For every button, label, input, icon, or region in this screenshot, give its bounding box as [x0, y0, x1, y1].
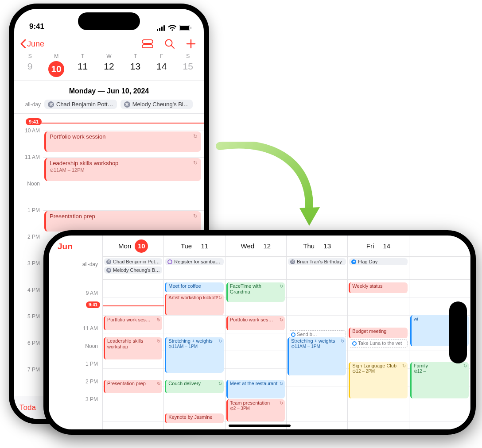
allday-chip[interactable]: ★Flag Day: [349, 258, 407, 265]
day-number[interactable]: 12: [96, 61, 122, 81]
add-icon[interactable]: [186, 39, 196, 49]
hour-label: 4 PM: [14, 287, 40, 293]
recur-icon: ↻: [193, 133, 198, 139]
event-block[interactable]: Weekly status: [349, 282, 407, 293]
hour-line: [43, 184, 204, 184]
day-column-header[interactable]: Tue 11: [164, 236, 225, 256]
day-number[interactable]: 13: [122, 61, 148, 81]
day-number[interactable]: 15: [175, 61, 201, 81]
day-number[interactable]: 11: [70, 61, 96, 81]
event-block[interactable]: Artist workshop kickoff!↻: [165, 294, 223, 315]
event-block[interactable]: Stretching + weights⊙11AM – 1PM↻: [288, 337, 346, 375]
back-label: June: [27, 39, 44, 49]
hour-label: Noon: [14, 181, 40, 187]
svg-rect-7: [142, 40, 153, 43]
event-block[interactable]: Presentation prep↻: [104, 380, 162, 393]
circle-icon: [167, 259, 172, 264]
gift-icon: ⌘: [124, 101, 130, 108]
event-block[interactable]: Portfolio work ses…↻: [104, 316, 162, 330]
day-number[interactable]: 14: [148, 61, 175, 81]
status-time: 9:41: [29, 22, 44, 31]
landscape-allday-row: ⌘Chad Benjamin Pot… ⌘Melody Cheung's B… …: [103, 257, 470, 280]
dow-label: W: [96, 53, 122, 61]
dynamic-island: [78, 12, 140, 30]
allday-chip[interactable]: ⌘Chad Benjamin Pot…: [104, 258, 162, 265]
svg-rect-1: [159, 28, 160, 31]
day-number-selected[interactable]: 10: [43, 61, 69, 81]
event-block[interactable]: Meet at the restaurant↻: [226, 380, 285, 398]
event-block[interactable]: Couch delivery↻: [165, 380, 223, 393]
hour-label: 11 AM: [83, 325, 98, 332]
day-column-header[interactable]: Wed 12: [225, 236, 287, 256]
home-indicator: [229, 425, 291, 427]
back-button[interactable]: June: [20, 39, 44, 49]
svg-rect-0: [157, 29, 158, 31]
hour-label: 10 AM: [14, 127, 40, 134]
star-icon: ★: [351, 259, 356, 264]
divider: [14, 81, 204, 81]
day-title: Monday — Jun 10, 2024: [14, 84, 204, 98]
month-label[interactable]: Jun: [49, 236, 102, 258]
landscape-screen: Jun all-day 9 AM 11 AM Noon 1 PM 2 PM 3 …: [49, 236, 470, 429]
allday-row: all-day ⌘Chad Benjamin Pott… ⌘Melody Che…: [14, 98, 204, 114]
svg-rect-5: [180, 26, 189, 30]
dow-label: T: [70, 53, 96, 61]
landscape-left-axis: Jun all-day 9 AM 11 AM Noon 1 PM 2 PM 3 …: [49, 236, 103, 429]
event-block[interactable]: Leadership skills workshop↻: [104, 337, 162, 359]
dow-label: F: [148, 53, 175, 61]
chevron-left-icon: [20, 39, 26, 48]
gift-icon: ⌘: [290, 259, 295, 264]
event-block[interactable]: Family⊙12 –↻: [410, 362, 469, 398]
gift-icon: ⌘: [106, 268, 111, 273]
day-column-header[interactable]: [409, 236, 470, 256]
dow-label: T: [122, 53, 148, 61]
allday-label: all-day: [18, 101, 41, 108]
landscape-body[interactable]: Portfolio work ses…↻Leadership skills wo…: [103, 280, 470, 430]
battery-icon: [179, 25, 191, 31]
status-icons: [157, 25, 191, 31]
phone-landscape-frame: Jun all-day 9 AM 11 AM Noon 1 PM 2 PM 3 …: [43, 230, 476, 435]
svg-point-9: [166, 40, 172, 46]
hour-label: 3 PM: [86, 396, 98, 402]
hour-label: 5 PM: [14, 313, 40, 320]
allday-chip[interactable]: Register for samba…: [165, 258, 223, 265]
event-block[interactable]: Stretching + weights⊙11AM – 1PM↻: [165, 337, 223, 373]
event-block[interactable]: Leadership skills workshop⊙11AM – 12PM ↻: [44, 158, 201, 181]
nav-bar: June: [14, 33, 204, 52]
event-block[interactable]: FaceTime with Grandma↻: [226, 282, 285, 302]
day-column-header[interactable]: Mon10: [103, 236, 164, 256]
day-column-header[interactable]: Thu 13: [287, 236, 348, 256]
landscape-grid[interactable]: Mon10 Tue 11 Wed 12 Thu 13 Fri 14 ⌘Chad …: [103, 236, 470, 429]
hour-label: 1 PM: [14, 207, 40, 213]
allday-chip[interactable]: ⌘Chad Benjamin Pott…: [44, 100, 117, 109]
event-block[interactable]: Meet for coffee: [165, 282, 223, 292]
search-icon[interactable]: [165, 39, 175, 49]
event-block[interactable]: Keynote by Jasmine: [165, 413, 223, 423]
allday-label: all-day: [82, 261, 98, 267]
gift-icon: ⌘: [48, 101, 54, 108]
event-block[interactable]: Take Luna to the vet: [349, 339, 407, 348]
hour-line: [43, 131, 204, 131]
today-button[interactable]: Toda: [19, 403, 36, 412]
event-block[interactable]: Sign Language Club⊙12 – 2PM↻: [349, 362, 407, 398]
allday-chip[interactable]: ⌘Melody Cheung's B…: [104, 266, 162, 274]
recur-icon: ↻: [193, 160, 198, 166]
event-block[interactable]: Budget meeting: [349, 328, 407, 338]
day-number[interactable]: 9: [17, 61, 43, 81]
hour-label: 6 PM: [14, 340, 40, 346]
cellular-icon: [157, 25, 166, 31]
dow-label: M: [43, 53, 69, 61]
event-block[interactable]: Portfolio work ses…↻: [226, 316, 285, 330]
allday-chip[interactable]: ⌘Brian Tran's Birthday: [288, 258, 346, 265]
list-view-icon[interactable]: [142, 39, 153, 48]
svg-rect-3: [163, 25, 165, 31]
now-indicator: [103, 305, 164, 306]
gift-icon: ⌘: [106, 259, 111, 264]
svg-rect-2: [161, 27, 163, 31]
event-block[interactable]: Team presentation⊙2 – 3PM↻: [226, 399, 285, 421]
allday-chip[interactable]: ⌘Melody Cheung's Bi…: [120, 100, 193, 109]
recur-icon: ↻: [193, 213, 198, 219]
event-block[interactable]: Presentation prep ↻: [44, 211, 201, 232]
event-block[interactable]: Portfolio work session ↻: [44, 131, 201, 152]
day-column-header[interactable]: Fri 14: [348, 236, 409, 256]
